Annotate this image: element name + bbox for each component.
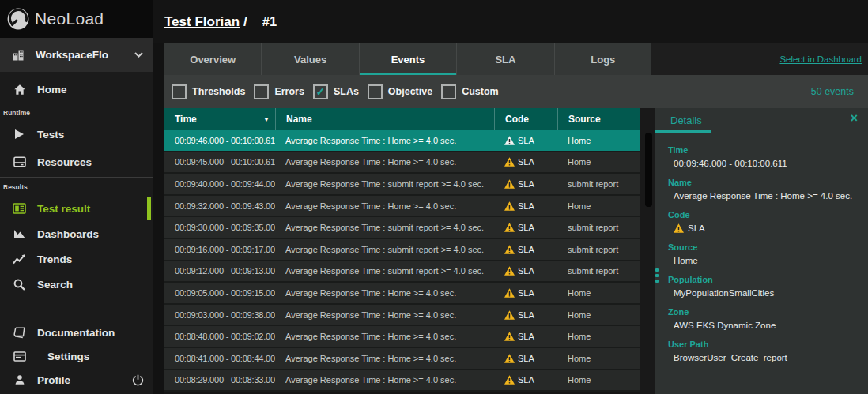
tab-overview[interactable]: Overview: [164, 43, 261, 75]
area-chart-icon: [12, 228, 27, 239]
filter-custom[interactable]: Custom: [441, 84, 499, 99]
warning-icon: [504, 179, 515, 189]
select-in-dashboard-link[interactable]: Select in Dashboard: [779, 54, 862, 64]
column-header-source[interactable]: Source: [557, 108, 640, 130]
sidebar-item-trends[interactable]: Trends: [0, 247, 153, 271]
check-icon: ✓: [316, 86, 326, 97]
table-row[interactable]: 00:09:03.000 - 00:09:38.000Average Respo…: [164, 305, 640, 327]
event-source: Home: [557, 136, 640, 145]
sidebar-divider: [0, 103, 153, 103]
event-code: SLA: [494, 223, 557, 232]
warning-icon: [504, 201, 515, 211]
event-time: 00:09:12.000 - 00:09:13.000: [164, 266, 275, 276]
details-field: User PathBrowserUser_Create_report: [668, 340, 860, 362]
details-field: PopulationMyPopulationSmallCities: [668, 275, 860, 298]
event-time: 00:09:16.000 - 00:09:17.000: [164, 245, 275, 254]
sidebar-item-documentation[interactable]: Documentation: [0, 321, 153, 344]
table-row[interactable]: 00:09:32.000 - 00:09:43.000Average Respo…: [164, 196, 640, 218]
brand-logo[interactable]: NeoLoad: [0, 0, 153, 38]
neoload-gauge-icon: [6, 7, 30, 31]
checkbox-unchecked[interactable]: [441, 84, 456, 99]
sidebar-item-test-result[interactable]: Test result: [0, 197, 153, 220]
drive-icon: [12, 156, 27, 167]
event-time: 00:09:03.000 - 00:09:38.000: [164, 310, 275, 320]
sidebar-item-profile[interactable]: Profile: [0, 368, 153, 392]
table-row[interactable]: 00:09:12.000 - 00:09:13.000Average Respo…: [164, 261, 640, 283]
table-row[interactable]: 00:09:45.000 - 00:10:00.611Average Respo…: [164, 152, 640, 174]
panel-resize-handle[interactable]: [655, 268, 659, 283]
brand-text: NeoLoad: [35, 9, 104, 28]
details-field-label: Population: [668, 275, 860, 284]
tab-sla[interactable]: SLA: [456, 43, 553, 75]
details-field: Time00:09:46.000 - 00:10:00.611: [668, 145, 860, 168]
event-time: 00:09:05.000 - 00:09:15.000: [164, 288, 275, 298]
details-header: Details ×: [655, 108, 868, 133]
event-code: SLA: [494, 157, 557, 167]
warning-icon: [674, 223, 684, 233]
details-field-value: 00:09:46.000 - 00:10:00.611: [674, 159, 860, 168]
sidebar-item-tests[interactable]: Tests: [0, 122, 153, 146]
event-time: 00:09:32.000 - 00:09:43.000: [164, 201, 275, 211]
column-header-time[interactable]: Time ▼: [164, 108, 275, 130]
warning-icon: [504, 223, 515, 232]
tab-events[interactable]: Events: [359, 43, 456, 75]
details-field-label: Code: [668, 210, 860, 220]
warning-icon: [504, 354, 515, 363]
sidebar-item-home[interactable]: Home: [0, 77, 153, 101]
section-label-runtime: Runtime: [0, 105, 153, 119]
trend-line-icon: [12, 253, 27, 265]
table-row[interactable]: 00:09:16.000 - 00:09:17.000Average Respo…: [164, 239, 640, 261]
sort-desc-icon[interactable]: ▼: [263, 116, 270, 123]
table-row[interactable]: 00:09:30.000 - 00:09:35.000Average Respo…: [164, 217, 640, 239]
power-icon[interactable]: [132, 374, 144, 386]
column-header-code[interactable]: Code: [494, 108, 557, 130]
filter-thresholds[interactable]: Thresholds: [172, 84, 245, 99]
filter-slas[interactable]: ✓ SLAs: [313, 84, 359, 99]
checkbox-unchecked[interactable]: [254, 84, 269, 99]
tab-logs[interactable]: Logs: [554, 43, 651, 75]
column-header-name[interactable]: Name: [275, 108, 494, 130]
test-name-link[interactable]: Test Florian: [164, 14, 240, 30]
details-field: NameAverage Response Time : Home >= 4.0 …: [668, 178, 860, 201]
sidebar-item-settings[interactable]: Settings: [0, 344, 153, 368]
warning-icon: [504, 245, 515, 254]
event-code: SLA: [494, 179, 557, 189]
event-code: SLA: [494, 354, 557, 363]
table-row[interactable]: 00:08:41.000 - 00:08:44.000Average Respo…: [164, 348, 640, 370]
table-row[interactable]: 00:09:05.000 - 00:09:15.000Average Respo…: [164, 283, 640, 305]
details-field-value: SLA: [674, 223, 860, 233]
page-header: Test Florian / #1: [153, 0, 868, 43]
event-time: 00:09:45.000 - 00:10:00.611: [164, 157, 275, 167]
table-row[interactable]: 00:08:48.000 - 00:09:02.000Average Respo…: [164, 326, 640, 348]
scrollbar-thumb[interactable]: [645, 133, 652, 207]
table-row[interactable]: 00:08:29.000 - 00:08:33.000Average Respo…: [164, 370, 640, 392]
sidebar-item-dashboards[interactable]: Dashboards: [0, 222, 153, 246]
filter-objective[interactable]: Objective: [368, 84, 432, 99]
checkbox-unchecked[interactable]: [172, 84, 187, 99]
details-field-value: Home: [674, 256, 860, 265]
workspace-label: WorkspaceFlo: [36, 49, 108, 61]
event-source: submit report: [557, 179, 640, 189]
details-field: CodeSLA: [668, 210, 860, 233]
details-field-label: Time: [668, 145, 860, 155]
details-field-value: BrowserUser_Create_report: [674, 353, 860, 362]
sidebar-item-search[interactable]: Search: [0, 272, 153, 296]
event-source: Home: [557, 375, 640, 385]
run-id: #1: [262, 14, 277, 29]
filter-errors[interactable]: Errors: [254, 84, 304, 99]
table-row[interactable]: 00:09:40.000 - 00:09:44.000Average Respo…: [164, 174, 640, 196]
event-source: Home: [557, 354, 640, 363]
tab-values[interactable]: Values: [261, 43, 358, 75]
close-icon[interactable]: ×: [851, 112, 858, 125]
events-count: 50 events: [811, 86, 854, 97]
checkbox-checked[interactable]: ✓: [313, 84, 328, 99]
event-code: SLA: [494, 136, 557, 145]
table-scrollbar: [640, 108, 655, 394]
details-field-label: User Path: [668, 340, 860, 349]
checkbox-unchecked[interactable]: [368, 84, 383, 99]
table-row[interactable]: 00:09:46.000 - 00:10:00.611Average Respo…: [164, 130, 640, 152]
details-field-value: Average Response Time : Home >= 4.0 sec.: [674, 191, 860, 201]
workspace-selector[interactable]: WorkspaceFlo: [0, 38, 153, 72]
details-field-value: AWS EKS Dynamic Zone: [674, 321, 860, 330]
sidebar-item-resources[interactable]: Resources: [0, 150, 153, 174]
